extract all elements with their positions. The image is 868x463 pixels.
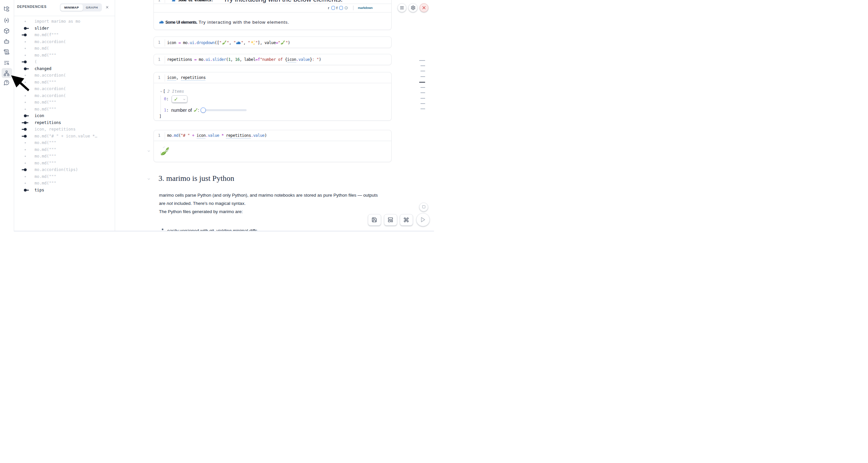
cell-position-dash[interactable] (419, 82, 425, 83)
code-line[interactable]: icon, repetitions (167, 75, 206, 80)
packages-icon[interactable] (4, 28, 9, 34)
view-toggle: MINIMAP GRAPH (60, 3, 102, 11)
cell-divider (154, 141, 391, 141)
dropdown-select[interactable] (172, 95, 187, 102)
ai-chat-icon[interactable] (4, 38, 9, 44)
slider-label: number of : (171, 107, 199, 113)
select-chevron-icon (183, 98, 186, 101)
bottom-statusbar-edge (0, 231, 434, 232)
cut-code-bold: Some UI elements. (178, 0, 213, 3)
tree-open-bracket: [ 2 Items (163, 89, 184, 94)
line-number: 1 (158, 75, 160, 80)
mouse-cursor (10, 75, 30, 92)
minimap-row[interactable]: icon, repetitions (14, 126, 115, 133)
minimap-row[interactable]: mo.md(""" (14, 180, 115, 187)
cell-position-dash[interactable] (421, 87, 425, 88)
cell1-output: Some UI elements. Try interacting with t… (154, 12, 391, 30)
minimap-row[interactable]: mo.md(""" (14, 140, 115, 146)
shutdown-button[interactable] (420, 3, 429, 12)
cell-position-dash[interactable] (421, 92, 425, 93)
minimap-row[interactable]: mo.md(""" (14, 106, 115, 113)
minimap-row[interactable]: mo.accordion( (14, 92, 115, 99)
minimap-row[interactable]: mo.md(""" (14, 146, 115, 153)
format-checkbox[interactable] (339, 6, 343, 10)
cut-code-rest: Try interacting with the below elements. (224, 0, 343, 3)
minimap-row[interactable]: repetitions (14, 119, 115, 126)
minimap-row[interactable]: mo.md(""" (14, 52, 115, 59)
cell-tuple[interactable]: 1 icon, repetitions [ 2 Items 0: 1: numb… (154, 72, 392, 121)
layout-button[interactable] (384, 214, 398, 225)
minimap-row[interactable]: mo.md(f""" (14, 32, 115, 38)
command-palette-button[interactable] (400, 214, 413, 225)
tree-collapse-icon[interactable] (160, 90, 163, 93)
language-label[interactable]: markdown (358, 6, 373, 9)
minimap-row[interactable]: tips (14, 187, 115, 194)
minimap-row[interactable]: mo.md(""" (14, 153, 115, 160)
gutter-divider (165, 132, 165, 140)
wave-emoji-cut (172, 0, 176, 2)
minimap-row[interactable]: mo.accordion(tips) (14, 166, 115, 173)
close-icon[interactable] (105, 5, 109, 9)
file-tree-icon[interactable] (4, 6, 9, 12)
info-icon[interactable] (345, 6, 348, 9)
cell-md-leaf[interactable]: 1 mo.md("# " + icon.value * repetitions.… (154, 130, 392, 162)
cell-slider-code[interactable]: 1 repetitions = mo.ui.slider(1, 16, labe… (154, 54, 392, 65)
minimap-row[interactable]: mo.md(""" (14, 173, 115, 180)
code-line[interactable]: mo.md("# " + icon.value * repetitions.va… (167, 133, 267, 138)
paragraph-2: The Python files generated by marimo are… (159, 208, 243, 216)
code-line[interactable]: repetitions = mo.ui.slider(1, 16, label=… (167, 57, 321, 62)
cell5-output-collapse-icon[interactable] (147, 149, 151, 153)
dependencies-panel: DEPENDENCIES MINIMAP GRAPH import marimo… (14, 0, 115, 231)
section-collapse-icon[interactable] (147, 177, 151, 181)
notebook-menu-button[interactable] (398, 3, 407, 12)
gutter-divider (165, 74, 165, 82)
paragraph-1: marimo cells parse Python (and only Pyth… (159, 191, 392, 208)
minimap-row[interactable]: mo.md("# " + icon.value *… (14, 133, 115, 140)
minimap-row[interactable]: ( (14, 59, 115, 65)
tree-index-1: 1: (164, 108, 169, 113)
table-of-contents-icon[interactable] (4, 60, 9, 66)
tree-index-0: 0: (164, 97, 169, 101)
leaf-emoji-output (159, 146, 170, 157)
cell-dropdown-code[interactable]: 1 icon = mo.ui.dropdown(["", "", ""], va… (154, 36, 392, 48)
slider-track[interactable] (203, 109, 247, 111)
cell-position-dash[interactable] (421, 98, 425, 99)
variables-icon[interactable] (4, 18, 9, 23)
cell-markdown-intro[interactable]: 1 Some UI elements. Try interacting with… (154, 0, 392, 30)
logs-icon[interactable] (4, 49, 9, 55)
tab-minimap[interactable]: MINIMAP (61, 4, 83, 11)
minimap-row[interactable]: mo.accordion( (14, 38, 115, 45)
minimap-row[interactable]: changed (14, 65, 115, 72)
cell-position-dash[interactable] (421, 103, 425, 104)
gutter-divider (165, 56, 165, 63)
dependencies-icon[interactable] (4, 70, 9, 76)
bullet-dot (162, 228, 163, 230)
cell-position-dash[interactable] (419, 60, 425, 61)
tab-graph[interactable]: GRAPH (83, 4, 101, 11)
tree-close-bracket: ] (159, 114, 161, 119)
minimap-row[interactable]: icon (14, 113, 115, 119)
save-button[interactable] (368, 214, 381, 225)
minimap-row[interactable]: slider (14, 25, 115, 32)
code-line[interactable]: icon = mo.ui.dropdown(["", "", ""], valu… (167, 40, 290, 45)
tree-guide-line (160, 95, 161, 114)
minimap-row[interactable]: mo.md(""" (14, 99, 115, 106)
run-button[interactable] (416, 213, 430, 226)
cell-position-dash[interactable] (421, 71, 425, 71)
help-icon[interactable] (4, 80, 9, 86)
settings-button[interactable] (408, 3, 417, 12)
cell1-code-cut[interactable]: Some UI elements. Try interacting with t… (154, 0, 392, 4)
cell-position-dash[interactable] (421, 109, 425, 109)
panel-title: DEPENDENCIES (17, 5, 47, 8)
minimap-row[interactable]: mo.md( (14, 45, 115, 52)
minimap-row[interactable]: mo.md(""" (14, 160, 115, 167)
slider-knob[interactable] (200, 107, 206, 113)
interrupt-button[interactable] (419, 203, 428, 211)
minimap-row[interactable]: import marimo as mo (14, 18, 115, 25)
left-icon-rail (0, 0, 14, 232)
cell-position-dash[interactable] (421, 65, 425, 66)
line-number: 1 (158, 40, 160, 45)
run-checkbox[interactable] (332, 6, 335, 10)
run-label: r (328, 6, 330, 10)
cell-position-dash[interactable] (421, 76, 425, 77)
